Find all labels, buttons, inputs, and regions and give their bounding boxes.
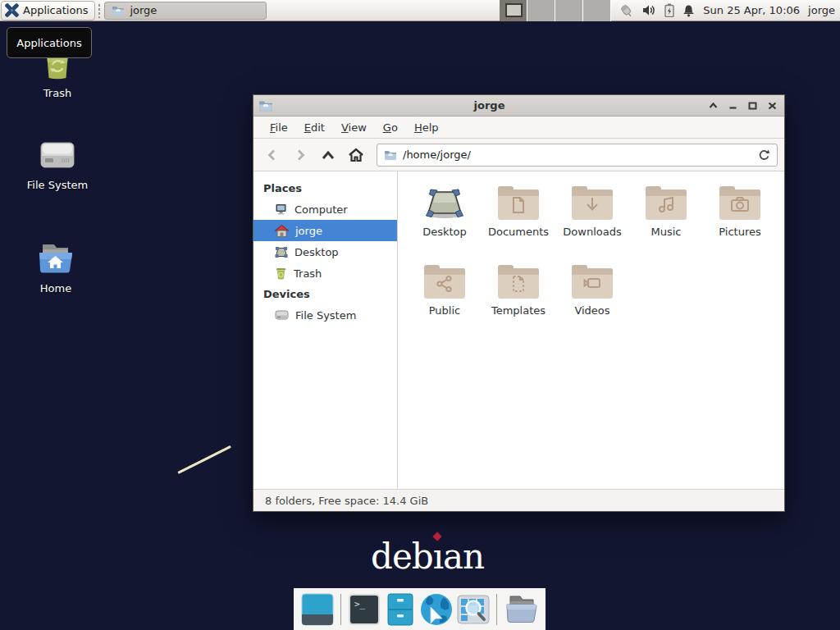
location-bar[interactable]: /home/jorge/ [377, 144, 778, 167]
file-item-documents[interactable]: Documents [482, 186, 555, 265]
window-body: Places Computer [253, 171, 784, 489]
system-tray [618, 3, 695, 18]
desktop-special-icon [424, 186, 465, 220]
debian-logo-text: deb [371, 536, 433, 577]
notifications-bell-icon[interactable] [682, 4, 695, 17]
videos-folder-icon [572, 265, 613, 299]
sidebar-item-label: Computer [294, 203, 348, 216]
file-item-templates[interactable]: Templates [482, 265, 555, 344]
desktop-icon-label: Trash [43, 87, 71, 99]
panel-clock[interactable]: Sun 25 Apr, 10:06 [703, 4, 800, 16]
sidebar-item-file-system[interactable]: File System [253, 304, 397, 326]
minimize-button[interactable] [725, 98, 740, 113]
file-item-label: Desktop [422, 226, 467, 238]
tooltip-text: Applications [16, 37, 81, 49]
workspace-3[interactable] [555, 0, 583, 21]
documents-folder-icon [498, 186, 539, 220]
file-item-desktop[interactable]: Desktop [408, 186, 482, 265]
desktop-icon-label: File System [27, 179, 88, 191]
menu-file[interactable]: File [262, 118, 296, 137]
terminal-launcher[interactable]: >_ [348, 592, 381, 627]
reload-icon[interactable] [758, 148, 770, 161]
desktop-icon-home[interactable]: Home [16, 241, 95, 294]
taskbar-window-button[interactable]: jorge [104, 2, 267, 20]
sidebar-item-jorge-home[interactable]: jorge [253, 220, 397, 241]
current-path[interactable]: /home/jorge/ [403, 148, 752, 161]
public-folder-icon [424, 265, 465, 299]
workspace-2[interactable] [527, 0, 555, 21]
mouse-icon[interactable] [618, 3, 634, 18]
battery-icon[interactable] [664, 3, 674, 17]
dock-separator [496, 594, 497, 625]
trash-icon [275, 267, 287, 280]
applications-menu-button[interactable]: Applications [1, 1, 95, 21]
menu-go[interactable]: Go [375, 118, 406, 137]
file-grid: Desktop Documents [398, 171, 784, 489]
sidebar-header-places: Places [253, 178, 397, 199]
file-item-public[interactable]: Public [408, 265, 482, 344]
workspace-window-thumbnail [505, 3, 523, 17]
file-item-downloads[interactable]: Downloads [555, 186, 629, 265]
menu-help[interactable]: Help [406, 118, 447, 137]
status-bar: 8 folders, Free space: 14.4 GiB [253, 489, 784, 511]
shade-button[interactable] [705, 98, 720, 113]
show-desktop-button[interactable] [301, 592, 334, 627]
panel-username[interactable]: jorge [808, 4, 835, 16]
file-item-label: Videos [574, 304, 609, 317]
templates-folder-icon [498, 265, 539, 299]
back-button[interactable] [260, 144, 285, 167]
sidebar-item-computer[interactable]: Computer [253, 199, 397, 220]
window-titlebar[interactable]: jorge [253, 95, 784, 116]
menu-edit[interactable]: Edit [296, 118, 333, 137]
menu-view[interactable]: View [333, 118, 375, 137]
desktop-icon-file-system[interactable]: File System [18, 139, 97, 191]
web-browser-launcher[interactable] [419, 592, 454, 627]
up-button[interactable] [316, 144, 340, 167]
file-item-label: Music [651, 226, 682, 238]
file-manager-launcher[interactable] [384, 592, 416, 627]
maximize-button[interactable] [745, 98, 760, 113]
file-item-music[interactable]: Music [629, 186, 703, 265]
desktop-icon [275, 246, 288, 258]
directory-menu-launcher[interactable] [504, 592, 538, 627]
file-item-label: Pictures [719, 226, 760, 238]
file-item-pictures[interactable]: Pictures [703, 186, 777, 265]
debian-logo-text: ı [433, 536, 443, 577]
file-item-label: Templates [491, 304, 546, 317]
file-item-label: Public [429, 304, 460, 317]
debian-logo-text: an [443, 536, 484, 577]
file-item-label: Downloads [563, 226, 621, 238]
folder-icon [112, 5, 125, 16]
music-folder-icon [646, 186, 687, 220]
sidebar-item-label: Desktop [294, 246, 339, 258]
xfce-menu-icon [5, 3, 19, 17]
wallpaper-stroke-artifact [177, 445, 231, 474]
status-text: 8 folders, Free space: 14.4 GiB [265, 495, 428, 507]
app-finder-launcher[interactable] [457, 592, 490, 627]
sidebar: Places Computer [253, 171, 398, 489]
terminal-prompt-glyph: >_ [354, 599, 366, 609]
pictures-folder-icon [719, 186, 760, 220]
sidebar-item-desktop[interactable]: Desktop [253, 241, 397, 262]
workspace-4[interactable] [583, 0, 611, 21]
window-controls [705, 98, 779, 113]
sidebar-item-label: Trash [294, 267, 322, 280]
file-item-videos[interactable]: Videos [555, 265, 629, 344]
top-panel: Applications jorge [0, 0, 840, 21]
workspace-1[interactable] [500, 0, 527, 21]
dock-separator [340, 594, 341, 625]
home-icon [275, 225, 289, 237]
sidebar-item-trash[interactable]: Trash [253, 262, 397, 284]
forward-button[interactable] [288, 144, 313, 167]
applications-menu-label: Applications [23, 4, 88, 16]
applications-tooltip: Applications [7, 27, 92, 58]
volume-icon[interactable] [642, 4, 656, 16]
panel-grip-handle[interactable] [98, 3, 102, 18]
dock: >_ [294, 588, 546, 630]
sidebar-header-devices: Devices [253, 284, 397, 304]
window-icon-folder [258, 99, 273, 112]
close-button[interactable] [765, 98, 779, 113]
folder-icon [384, 149, 397, 161]
taskbar-window-label: jorge [130, 4, 157, 16]
home-button[interactable] [344, 144, 368, 167]
